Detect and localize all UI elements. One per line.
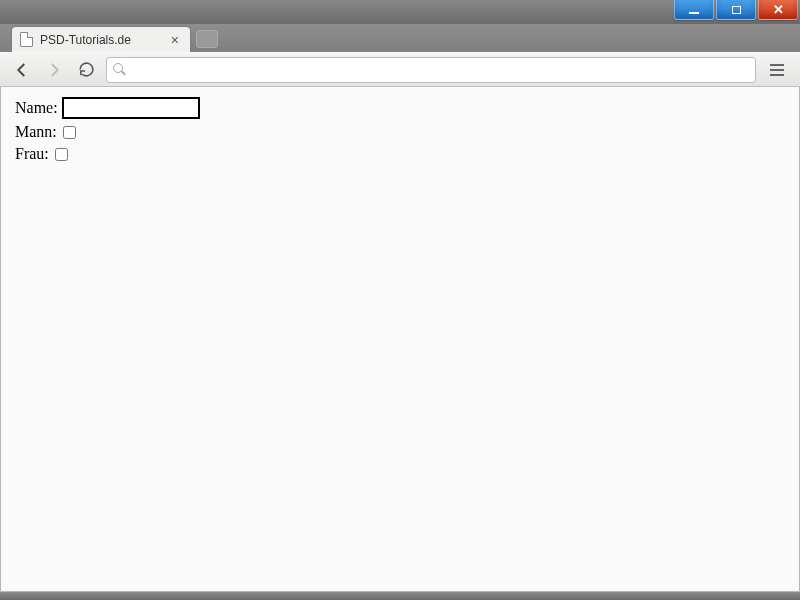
browser-toolbar bbox=[0, 52, 800, 87]
mann-label: Mann: bbox=[15, 123, 57, 141]
window-controls: ✕ bbox=[674, 0, 798, 24]
tab-title: PSD-Tutorials.de bbox=[40, 33, 131, 47]
name-input[interactable] bbox=[62, 97, 200, 119]
address-bar[interactable] bbox=[106, 57, 756, 83]
back-button[interactable] bbox=[10, 58, 34, 82]
page-icon bbox=[20, 32, 33, 47]
window-frame-bottom bbox=[0, 592, 800, 600]
address-input[interactable] bbox=[133, 59, 749, 81]
forward-button[interactable] bbox=[42, 58, 66, 82]
mann-checkbox[interactable] bbox=[63, 126, 76, 139]
mann-row: Mann: bbox=[15, 123, 785, 141]
browser-window: ✕ PSD-Tutorials.de × Name: bbox=[0, 0, 800, 600]
tab-strip: PSD-Tutorials.de × bbox=[0, 24, 800, 52]
frau-checkbox[interactable] bbox=[55, 148, 68, 161]
frau-row: Frau: bbox=[15, 145, 785, 163]
new-tab-button[interactable] bbox=[196, 30, 218, 48]
menu-button[interactable] bbox=[764, 59, 790, 81]
close-button[interactable]: ✕ bbox=[758, 0, 798, 20]
tab-close-icon[interactable]: × bbox=[168, 32, 182, 48]
name-label: Name: bbox=[15, 99, 58, 117]
window-titlebar: ✕ bbox=[0, 0, 800, 24]
maximize-button[interactable] bbox=[716, 0, 756, 20]
frau-label: Frau: bbox=[15, 145, 49, 163]
search-icon bbox=[113, 63, 127, 77]
reload-button[interactable] bbox=[74, 58, 98, 82]
minimize-button[interactable] bbox=[674, 0, 714, 20]
browser-tab[interactable]: PSD-Tutorials.de × bbox=[12, 27, 190, 52]
page-content: Name: Mann: Frau: bbox=[0, 87, 800, 592]
name-row: Name: bbox=[15, 97, 785, 119]
